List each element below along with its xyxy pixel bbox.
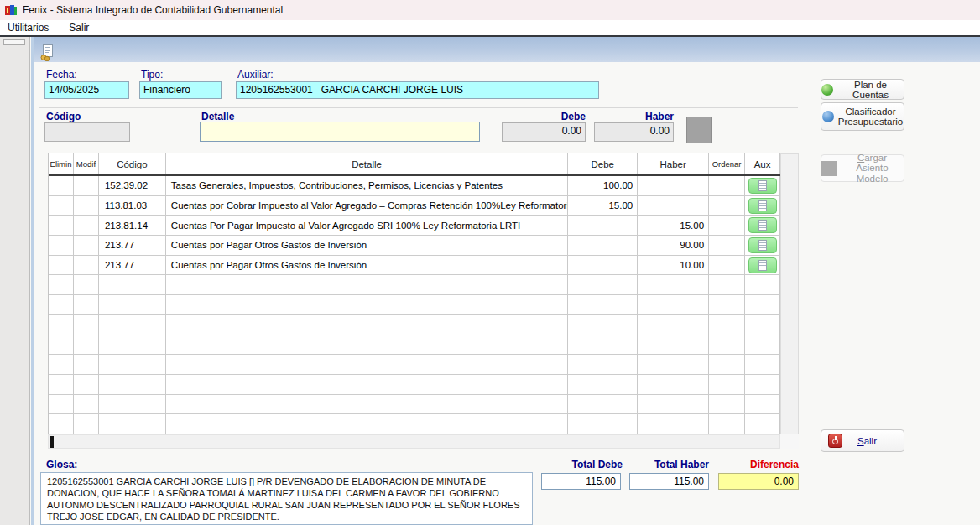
cell-codigo[interactable]: 213.77	[99, 236, 166, 255]
cell-ordenar[interactable]	[709, 256, 745, 275]
scrollbar-corner	[780, 434, 799, 449]
left-dock-panel	[0, 37, 30, 525]
clasificador-line2: Presupuestario	[838, 117, 903, 127]
cell-elimin[interactable]	[49, 196, 74, 216]
section-divider	[39, 107, 798, 108]
cell-detalle[interactable]: Cuentas por Pagar Otros Gastos de Invers…	[166, 256, 568, 275]
title-bar: Fenix - Sistema Integrado de Contabilida…	[0, 0, 980, 20]
app-icon	[4, 3, 18, 17]
scrollbar-thumb[interactable]	[50, 436, 54, 448]
cell-modif[interactable]	[74, 236, 99, 255]
debe-entry-label: Debe	[502, 111, 586, 122]
header-codigo[interactable]: Código	[99, 153, 166, 174]
table-horizontal-scrollbar[interactable]	[48, 434, 780, 449]
header-modif[interactable]: Modif	[74, 153, 99, 174]
cell-debe[interactable]: 15.00	[568, 196, 638, 216]
panel-grip[interactable]	[3, 39, 25, 45]
cell-debe[interactable]: 100.00	[568, 176, 638, 195]
cell-codigo[interactable]: 152.39.02	[99, 176, 166, 195]
codigo-entry-field[interactable]	[44, 122, 130, 142]
entries-table: Elimin Modif Código Detalle Debe Haber O…	[48, 153, 780, 434]
cell-debe[interactable]	[568, 236, 638, 255]
table-row-empty[interactable]	[49, 315, 780, 335]
table-row[interactable]: 213.77 Cuentas por Pagar Otros Gastos de…	[49, 256, 780, 276]
glosa-textarea[interactable]: 1205162553001 GARCIA CARCHI JORGE LUIS […	[40, 472, 533, 525]
tipo-field[interactable]: Financiero	[139, 81, 222, 99]
new-entry-icon[interactable]	[40, 44, 54, 61]
total-haber-label: Total Haber	[629, 459, 709, 470]
header-ordenar[interactable]: Ordenar	[709, 153, 745, 174]
table-row-empty[interactable]	[49, 355, 780, 375]
aux-button[interactable]	[748, 257, 777, 273]
cell-haber[interactable]	[638, 196, 709, 216]
cell-ordenar[interactable]	[709, 236, 745, 255]
fecha-field[interactable]: 14/05/2025	[44, 81, 129, 99]
header-aux[interactable]: Aux	[745, 153, 780, 174]
cell-detalle[interactable]: Cuentas Por Pagar Impuesto al Valor Agre…	[166, 216, 568, 235]
cell-haber[interactable]: 10.00	[638, 256, 709, 275]
cargar-asiento-modelo-button: Cargar Asiento Modelo	[821, 154, 904, 182]
aux-button[interactable]	[748, 237, 777, 253]
cell-codigo[interactable]: 213.77	[99, 256, 166, 275]
add-entry-button[interactable]	[686, 117, 712, 143]
auxiliar-field[interactable]: 1205162553001 GARCIA CARCHI JORGE LUIS	[236, 81, 599, 99]
table-row-empty[interactable]	[49, 275, 780, 295]
clasificador-presupuestario-button[interactable]: Clasificador Presupuestario	[821, 102, 904, 131]
salir-button[interactable]: Salir	[821, 429, 904, 452]
header-debe[interactable]: Debe	[568, 153, 638, 174]
table-row-empty[interactable]	[49, 295, 780, 315]
cell-haber[interactable]	[638, 176, 709, 195]
aux-button[interactable]	[748, 178, 777, 194]
cell-modif[interactable]	[74, 196, 99, 216]
aux-button[interactable]	[748, 198, 777, 214]
table-row[interactable]: 213.77 Cuentas por Pagar Otros Gastos de…	[49, 236, 780, 256]
cell-ordenar[interactable]	[709, 176, 745, 195]
cell-detalle[interactable]: Cuentas por Cobrar Impuesto al Valor Agr…	[166, 196, 568, 216]
header-haber[interactable]: Haber	[638, 153, 709, 174]
table-vertical-scrollbar[interactable]	[780, 153, 799, 434]
cell-haber[interactable]: 15.00	[638, 216, 709, 235]
power-icon	[828, 434, 842, 448]
cell-modif[interactable]	[74, 176, 99, 195]
header-elimin[interactable]: Elimin	[49, 153, 74, 174]
table-row-empty[interactable]	[49, 414, 780, 434]
application-window: Fenix - Sistema Integrado de Contabilida…	[0, 0, 980, 525]
cell-modif[interactable]	[74, 256, 99, 275]
cell-debe[interactable]	[568, 256, 638, 275]
table-row[interactable]: 113.81.03 Cuentas por Cobrar Impuesto al…	[49, 196, 780, 216]
plan-de-cuentas-button[interactable]: Plan de Cuentas	[821, 79, 904, 100]
detalle-entry-field[interactable]	[200, 122, 480, 142]
cell-codigo[interactable]: 213.81.14	[99, 216, 166, 235]
detalle-entry-label: Detalle	[201, 111, 234, 122]
cell-elimin[interactable]	[49, 216, 74, 235]
table-row-empty[interactable]	[49, 335, 780, 356]
aux-document-icon	[758, 180, 767, 191]
table-row-empty[interactable]	[49, 395, 780, 415]
cell-codigo[interactable]: 113.81.03	[99, 196, 166, 216]
diferencia-field: 0.00	[718, 473, 799, 490]
debe-entry-field[interactable]: 0.00	[502, 122, 586, 142]
table-row[interactable]: 152.39.02 Tasas Generales, Impuestos, Co…	[49, 176, 780, 196]
menu-salir[interactable]: Salir	[69, 22, 89, 34]
cell-modif[interactable]	[74, 216, 99, 235]
cell-ordenar[interactable]	[709, 196, 745, 216]
cell-debe[interactable]	[568, 216, 638, 235]
cell-elimin[interactable]	[49, 256, 74, 275]
cell-aux	[745, 236, 780, 255]
cell-ordenar[interactable]	[709, 216, 745, 235]
menu-utilitarios[interactable]: Utilitarios	[8, 22, 49, 34]
cargar-line2: Modelo	[857, 174, 889, 184]
table-row-empty[interactable]	[49, 375, 780, 395]
salir-rest: alir	[864, 436, 877, 446]
cell-elimin[interactable]	[49, 176, 74, 195]
header-detalle[interactable]: Detalle	[166, 153, 568, 174]
cell-detalle[interactable]: Tasas Generales, Impuestos, Contribucion…	[166, 176, 568, 195]
aux-button[interactable]	[748, 217, 777, 233]
haber-entry-field[interactable]: 0.00	[594, 122, 674, 142]
table-row[interactable]: 213.81.14 Cuentas Por Pagar Impuesto al …	[49, 216, 780, 236]
gray-square-icon	[821, 161, 837, 176]
cell-haber[interactable]: 90.00	[638, 236, 709, 255]
cell-detalle[interactable]: Cuentas por Pagar Otros Gastos de Invers…	[166, 236, 568, 255]
cell-elimin[interactable]	[49, 236, 74, 255]
cell-aux	[745, 216, 780, 235]
